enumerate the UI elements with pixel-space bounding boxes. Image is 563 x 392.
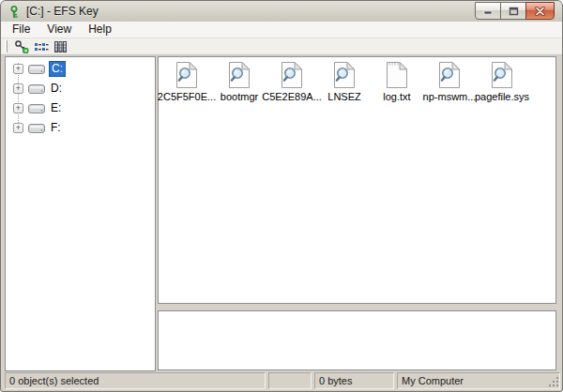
file-item[interactable]: log.txt: [371, 61, 423, 102]
title-bar[interactable]: [C:] - EFS Key: [1, 1, 562, 22]
text-file-icon: [386, 61, 408, 89]
file-name[interactable]: log.txt: [383, 91, 410, 102]
app-key-icon: [8, 5, 22, 19]
file-item[interactable]: LNSEZ: [318, 61, 371, 102]
list-view-button[interactable]: [31, 38, 51, 54]
drive-icon: [28, 103, 45, 114]
status-bar: 0 object(s) selected 0 bytes My Computer: [2, 371, 563, 389]
file-item[interactable]: 2C5F5F0E...: [160, 61, 213, 102]
minimize-icon: [483, 7, 493, 15]
menu-help[interactable]: Help: [80, 22, 120, 38]
resize-grip-icon[interactable]: [547, 376, 559, 388]
file-name[interactable]: bootmgr: [221, 91, 258, 102]
file-item[interactable]: pagefile.sys: [476, 61, 528, 102]
tree-item-drive-f[interactable]: + F:: [6, 118, 155, 138]
drive-label-f[interactable]: F:: [49, 121, 63, 135]
menu-file[interactable]: File: [4, 22, 38, 38]
menu-bar: File View Help: [1, 22, 562, 38]
drive-tree-panel[interactable]: + C: + D:: [5, 56, 156, 371]
toolbar: [1, 38, 562, 55]
menu-view[interactable]: View: [38, 22, 80, 38]
file-item[interactable]: bootmgr: [213, 61, 266, 102]
status-location: My Computer: [397, 372, 560, 389]
drive-label-e[interactable]: E:: [49, 101, 63, 115]
maximize-button[interactable]: [500, 2, 526, 20]
file-name[interactable]: np-mswm...: [423, 91, 477, 102]
drive-tree: + C: + D:: [6, 57, 155, 370]
file-name[interactable]: C5E2E89A...: [262, 91, 322, 102]
search-file-icon: [491, 61, 513, 89]
preview-panel[interactable]: [158, 310, 556, 370]
drive-icon: [28, 123, 45, 134]
maximize-icon: [509, 7, 519, 16]
content-area: + C: + D:: [2, 56, 563, 372]
drive-icon: [28, 83, 45, 95]
file-list-panel[interactable]: 2C5F5F0E... bootmgr: [158, 56, 556, 304]
drive-icon: [28, 64, 45, 75]
file-name[interactable]: LNSEZ: [327, 91, 360, 102]
app-window: [C:] - EFS Key File: [0, 0, 563, 392]
expand-icon[interactable]: +: [13, 83, 23, 94]
file-item[interactable]: np-mswm...: [423, 61, 476, 102]
status-spare: [268, 372, 312, 389]
tree-item-drive-d[interactable]: + D:: [6, 79, 155, 98]
minimize-button[interactable]: [475, 2, 501, 20]
search-file-icon: [228, 61, 251, 89]
details-view-button[interactable]: [51, 38, 70, 54]
close-button[interactable]: [525, 2, 555, 20]
close-icon: [535, 7, 545, 16]
list-view-icon: [34, 40, 49, 53]
drive-label-d[interactable]: D:: [49, 82, 64, 96]
window-controls: [476, 2, 555, 20]
key-button[interactable]: [11, 38, 31, 54]
file-item[interactable]: C5E2E89A...: [266, 61, 318, 102]
search-file-icon: [175, 61, 198, 89]
key-icon: [14, 39, 29, 53]
tree-item-drive-e[interactable]: + E:: [6, 98, 155, 118]
file-name[interactable]: 2C5F5F0E...: [158, 91, 216, 102]
search-file-icon: [333, 61, 356, 89]
status-selection: 0 object(s) selected: [5, 372, 266, 389]
search-file-icon: [438, 61, 461, 89]
file-list: 2C5F5F0E... bootmgr: [159, 57, 555, 102]
search-file-icon: [281, 61, 303, 89]
window-title: [C:] - EFS Key: [26, 5, 99, 18]
tree-item-drive-c[interactable]: + C:: [6, 59, 155, 79]
status-size: 0 bytes: [314, 372, 394, 389]
drive-label-c[interactable]: C:: [49, 61, 66, 77]
toolbar-gripper[interactable]: [5, 40, 8, 53]
file-name[interactable]: pagefile.sys: [475, 91, 529, 102]
details-view-icon: [53, 40, 68, 53]
expand-icon[interactable]: +: [13, 103, 23, 113]
expand-icon[interactable]: +: [13, 64, 23, 74]
expand-icon[interactable]: +: [13, 123, 23, 133]
